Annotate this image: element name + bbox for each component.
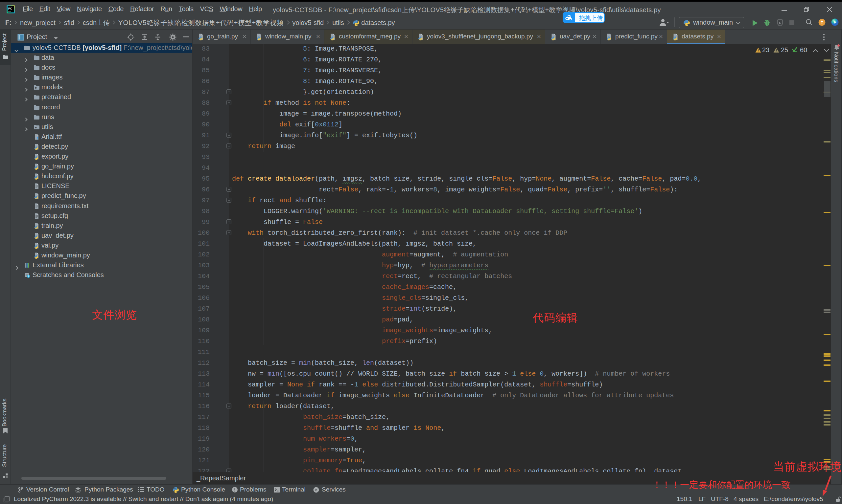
svg-text:PC: PC [8, 7, 12, 10]
svg-text:?: ? [36, 136, 38, 140]
